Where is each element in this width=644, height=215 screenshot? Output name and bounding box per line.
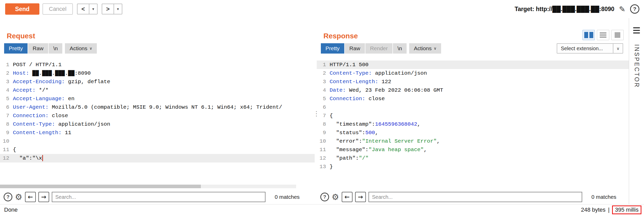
code-line[interactable]: 8Content-Type: application/json <box>0 120 315 128</box>
scrollbar-thumb[interactable] <box>0 185 201 188</box>
cancel-button[interactable]: Cancel <box>42 3 73 15</box>
code-text: "a":"\x <box>9 154 43 162</box>
line-number: 8 <box>0 120 9 128</box>
code-line[interactable]: 8 "timestamp":1645596368042, <box>317 120 629 128</box>
top-toolbar: Send Cancel < ▾ > ▾ Target: http://██.██… <box>0 0 644 18</box>
history-forward-button[interactable]: > <box>102 4 114 14</box>
send-button[interactable]: Send <box>5 3 39 15</box>
code-text <box>326 103 330 111</box>
line-number: 5 <box>0 94 9 103</box>
search-next-button[interactable]: → <box>355 192 366 202</box>
tab-pretty[interactable]: Pretty <box>321 43 344 54</box>
hamburger-icon[interactable] <box>633 27 640 33</box>
response-header: Response <box>317 18 629 43</box>
request-search-input[interactable] <box>52 192 265 202</box>
code-line[interactable]: 10 "error":"Internal Server Error", <box>317 137 629 145</box>
target-value: http://██.███.███.██:8090 <box>536 6 614 12</box>
code-line[interactable]: 4Date: Wed, 23 Feb 2022 06:06:08 GMT <box>317 86 629 94</box>
search-next-button[interactable]: → <box>38 192 49 202</box>
code-line[interactable]: 7{ <box>317 111 629 120</box>
code-line[interactable]: 3Content-Length: 122 <box>317 78 629 86</box>
code-line[interactable]: 9 "status":500, <box>317 128 629 137</box>
line-number: 4 <box>317 86 326 94</box>
line-number: 12 <box>317 154 326 162</box>
tab-label: Actions <box>70 45 87 51</box>
code-line[interactable]: 11{ <box>0 145 315 154</box>
code-line[interactable]: 10 <box>0 137 315 145</box>
code-line[interactable]: 2Host: ██.███.███.██:8090 <box>0 69 315 78</box>
tab-pretty[interactable]: Pretty <box>4 43 28 54</box>
request-search-row: ? ⚙ ← → 0 matches <box>0 190 315 204</box>
code-line[interactable]: 12 "a":"\x <box>0 154 315 162</box>
tab--n[interactable]: \n <box>49 43 63 54</box>
line-number: 1 <box>317 61 326 69</box>
search-settings-icon[interactable]: ⚙ <box>15 193 22 201</box>
search-help-icon[interactable]: ? <box>320 193 329 201</box>
code-line[interactable]: 5Accept-Language: en <box>0 94 315 103</box>
response-search-input[interactable] <box>368 192 582 202</box>
response-match-count: 0 matches <box>591 194 616 200</box>
extension-dropdown[interactable]: Select extension... ∨ <box>557 43 623 54</box>
tab-raw[interactable]: Raw <box>28 43 48 54</box>
dropdown-caret-icon: ▾ <box>117 7 119 11</box>
tab-label: \n <box>53 45 58 51</box>
tab--n[interactable]: \n <box>393 43 407 54</box>
code-line[interactable]: 5Connection: close <box>317 94 629 103</box>
tab-label: Pretty <box>325 45 340 51</box>
search-prev-button[interactable]: ← <box>25 192 36 202</box>
code-line[interactable]: 13} <box>317 162 629 171</box>
code-text: User-Agent: Mozilla/5.0 (compatible; MSI… <box>9 103 282 111</box>
line-number: 1 <box>0 61 9 69</box>
tab-raw[interactable]: Raw <box>345 43 365 54</box>
search-prev-button[interactable]: ← <box>342 192 353 202</box>
code-line[interactable]: 12 "path":"/" <box>317 154 629 162</box>
text-caret <box>42 155 43 161</box>
line-number: 9 <box>0 128 9 137</box>
history-back-dropdown[interactable]: ▾ <box>89 4 97 14</box>
line-number: 6 <box>0 103 9 111</box>
search-settings-icon[interactable]: ⚙ <box>332 193 339 201</box>
edit-target-icon[interactable]: ✎ <box>619 5 625 14</box>
panel-splitter[interactable]: ⋮ <box>315 18 317 204</box>
line-number: 10 <box>317 137 326 145</box>
inspector-strip[interactable]: INSPECTOR <box>629 18 644 204</box>
rows-icon <box>600 32 606 38</box>
history-back-button[interactable]: < <box>78 4 89 14</box>
bytes-count: 248 bytes <box>581 207 605 213</box>
code-line[interactable]: 1HTTP/1.1 500 <box>317 61 629 69</box>
code-line[interactable]: 9Content-Length: 11 <box>0 128 315 137</box>
inspector-label[interactable]: INSPECTOR <box>633 44 640 88</box>
code-line[interactable]: 4Accept: */* <box>0 86 315 94</box>
search-help-icon[interactable]: ? <box>4 193 12 201</box>
code-text: Content-Type: application/json <box>326 69 427 78</box>
horizontal-scrollbar[interactable] <box>0 185 296 188</box>
code-text: Accept-Language: en <box>9 94 74 103</box>
history-forward-dropdown[interactable]: ▾ <box>114 4 122 14</box>
code-line[interactable]: 6User-Agent: Mozilla/5.0 (compatible; MS… <box>0 103 315 111</box>
tab-label: Raw <box>33 45 44 51</box>
code-line[interactable]: 6 <box>317 103 629 111</box>
code-line[interactable]: 7Connection: close <box>0 111 315 120</box>
millis-count: 395 millis <box>615 207 639 213</box>
tab-actions[interactable]: Actions∨ <box>409 43 441 54</box>
view-stacked-button[interactable] <box>597 30 609 40</box>
response-editor[interactable]: 1HTTP/1.1 5002Content-Type: application/… <box>317 54 629 190</box>
help-icon[interactable]: ? <box>630 4 639 14</box>
tab-actions[interactable]: Actions∨ <box>65 43 97 54</box>
code-line[interactable]: 1POST / HTTP/1.1 <box>0 61 315 69</box>
code-line[interactable]: 11 "message":"Java heap space", <box>317 145 629 154</box>
code-line[interactable]: 3Accept-Encoding: gzip, deflate <box>0 78 315 86</box>
view-side-by-side-button[interactable] <box>582 30 595 40</box>
code-text: { <box>9 145 16 154</box>
view-single-button[interactable] <box>611 30 624 40</box>
columns-icon <box>584 32 588 38</box>
status-bar: Done 248 bytes | 395 millis <box>0 204 644 215</box>
chevron-down-icon: ∨ <box>613 44 623 53</box>
code-text: HTTP/1.1 500 <box>326 61 368 69</box>
request-editor[interactable]: 1POST / HTTP/1.12Host: ██.███.███.██:809… <box>0 54 315 190</box>
line-number: 12 <box>0 154 9 162</box>
code-text: "message":"Java heap space", <box>326 145 427 154</box>
tab-render: Render <box>365 43 392 54</box>
code-line[interactable]: 2Content-Type: application/json <box>317 69 629 78</box>
history-back-control: < ▾ <box>77 4 98 14</box>
